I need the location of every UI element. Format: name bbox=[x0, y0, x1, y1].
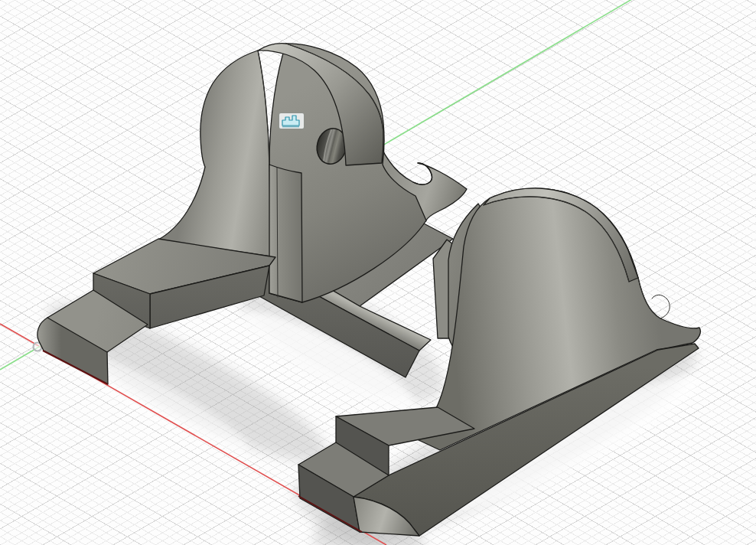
cad-3d-canvas[interactable] bbox=[0, 0, 756, 545]
model-scene bbox=[0, 0, 756, 545]
left-toe-curl-edge bbox=[413, 163, 432, 184]
sketch-profile-icon bbox=[282, 116, 299, 126]
left-support-sweep-face[interactable] bbox=[158, 51, 275, 257]
sketch-profile-badge[interactable] bbox=[279, 113, 304, 129]
left-support-front-wall[interactable] bbox=[269, 165, 302, 302]
